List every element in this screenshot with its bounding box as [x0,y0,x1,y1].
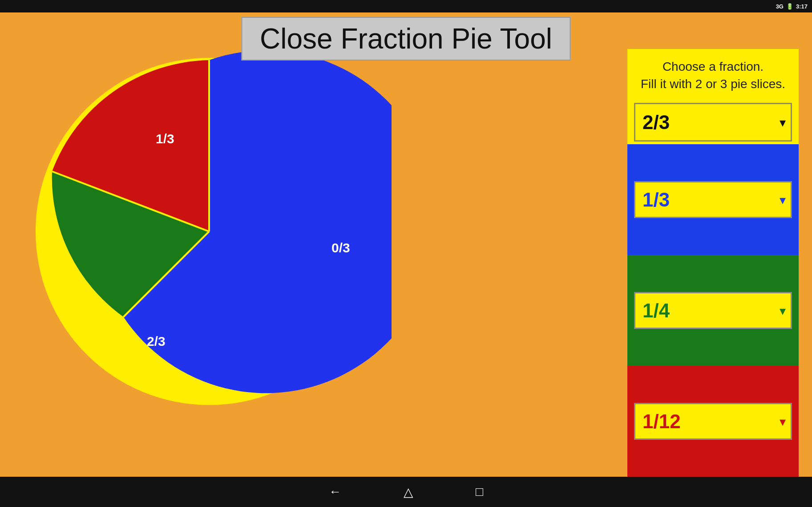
red-fraction-select[interactable]: 1/12 1/3 1/4 1/6 1/8 [634,403,792,440]
home-button[interactable]: △ [404,485,413,499]
blue-fraction-select[interactable]: 1/3 1/4 1/6 1/8 1/12 [634,181,792,218]
pie-chart-svg [27,49,392,414]
instruction-line2: Fill it with 2 or 3 pie slices. [641,77,785,91]
green-panel: 1/4 1/3 1/6 1/8 1/12 [627,255,799,366]
instruction-line1: Choose a fraction. [663,60,764,73]
green-fraction-select[interactable]: 1/4 1/3 1/6 1/8 1/12 [634,292,792,329]
page-title: Close Fraction Pie Tool [260,23,552,55]
signal-indicator: 3G [776,3,784,10]
back-button[interactable]: ← [329,485,341,499]
time-display: 3:17 [796,3,808,10]
instruction-area: Choose a fraction. Fill it with 2 or 3 p… [627,49,799,99]
recent-apps-button[interactable]: □ [476,485,483,499]
pie-label-zero: 0/3 [331,240,350,256]
blue-panel: 1/3 1/4 1/6 1/8 1/12 [627,144,799,255]
red-panel: 1/12 1/3 1/4 1/6 1/8 [627,366,799,477]
main-fraction-wrapper[interactable]: 2/3 1/2 3/4 5/6 3/8 [634,103,792,142]
pie-chart-area: 1/3 0/3 2/3 [27,49,392,414]
pie-label-blue: 1/3 [156,131,174,146]
red-select-wrapper[interactable]: 1/12 1/3 1/4 1/6 1/8 [634,403,792,440]
right-panel: Choose a fraction. Fill it with 2 or 3 p… [627,49,799,477]
status-bar: 3G 🔋 3:17 [0,0,812,12]
main-fraction-select[interactable]: 2/3 1/2 3/4 5/6 3/8 [634,103,792,142]
blue-select-wrapper[interactable]: 1/3 1/4 1/6 1/8 1/12 [634,181,792,218]
green-select-wrapper[interactable]: 1/4 1/3 1/6 1/8 1/12 [634,292,792,329]
pie-label-red: 2/3 [147,334,166,349]
title-container: Close Fraction Pie Tool [241,17,571,61]
bottom-nav-bar: ← △ □ [0,477,812,507]
battery-icon: 🔋 [786,3,793,10]
